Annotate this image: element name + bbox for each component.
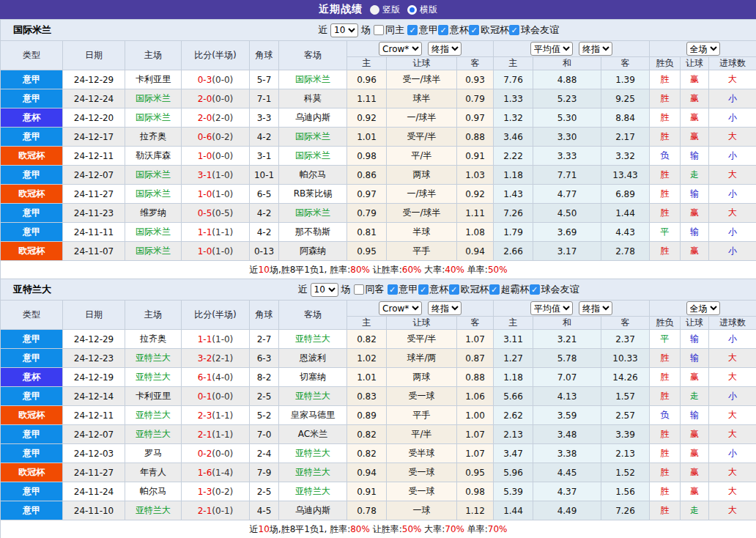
match-score: 2-0(2-0) [182, 108, 250, 128]
handicap-result: 赢 [681, 463, 709, 482]
match-score: 1-3(0-2) [182, 482, 250, 501]
competition-filter[interactable]: ✓意甲 [388, 283, 418, 296]
avg-source-select[interactable]: 平均值 [530, 301, 573, 315]
radio-icon[interactable] [370, 5, 379, 15]
competition-checkbox[interactable]: ✓ [407, 25, 418, 35]
odds-stage-select[interactable]: 终指 [428, 42, 462, 56]
avg-draw-odds: 4.13 [533, 387, 601, 406]
away-odds: 0.87 [457, 349, 494, 368]
corner-count: 8-2 [250, 368, 279, 387]
competition-checkbox[interactable]: ✓ [509, 25, 519, 35]
away-team: 国际米兰 [279, 128, 347, 147]
handicap-result: 赢 [681, 444, 709, 463]
competition-filter[interactable]: ✓欧冠杯 [449, 283, 489, 296]
avg-home-odds: 1.44 [494, 501, 533, 520]
handicap-result: 赢 [681, 89, 709, 108]
match-date: 24-11-23 [63, 204, 125, 223]
odds-source-select[interactable]: Crow* [379, 42, 422, 56]
layout-option-horizontal[interactable]: 横版 [407, 4, 437, 16]
competition-label: 意杯 [430, 283, 449, 296]
recent-count-select[interactable]: 10 [330, 23, 358, 37]
halftime-score: (0-0) [212, 449, 233, 459]
same-venue-checkbox[interactable] [354, 284, 364, 295]
team-filter-row: 亚特兰大 近 10 场 同客 ✓意甲✓意杯✓欧冠杯✓超霸杯✓球会友谊 [1, 279, 756, 301]
away-odds: 0.79 [457, 89, 494, 108]
recent-count-select[interactable]: 10 [311, 283, 338, 297]
competition-label: 超霸杯 [501, 283, 530, 296]
outcome-result: 胜 [650, 387, 681, 406]
layout-option-vertical[interactable]: 竖版 [370, 4, 400, 16]
competition-checkbox[interactable]: ✓ [469, 25, 479, 35]
recent-label: 近 [318, 23, 327, 37]
same-venue-filter[interactable]: 同主 [374, 23, 404, 37]
odds-stage-select[interactable]: 终指 [428, 301, 462, 315]
radio-selected-icon[interactable] [407, 5, 417, 15]
away-team: 帕尔马 [279, 166, 347, 185]
competition-filter[interactable]: ✓意杯 [418, 283, 449, 296]
odds-source-select[interactable]: Crow* [379, 301, 422, 315]
competition-checkbox[interactable]: ✓ [489, 284, 500, 295]
match-date: 24-12-20 [63, 108, 125, 128]
goals-result: 小 [709, 387, 756, 406]
match-date: 24-12-17 [63, 128, 125, 147]
fulltime-score: 2-3 [198, 410, 212, 421]
goals-result: 大 [709, 70, 756, 89]
summary-segment: 80% [350, 265, 370, 275]
handicap-line: 平/半 [387, 147, 457, 166]
col-header-handicap-result: 让球 [681, 57, 709, 70]
handicap-result: 输 [681, 147, 709, 166]
odds-group-header: Crow* 终指 [347, 41, 494, 57]
match-date: 24-11-27 [63, 463, 125, 482]
fulltime-score: 6-1 [198, 372, 212, 383]
home-team: 维罗纳 [125, 204, 182, 223]
away-team: 阿森纳 [279, 242, 347, 261]
competition-checkbox[interactable]: ✓ [530, 284, 540, 295]
avg-stage-select[interactable]: 终指 [579, 301, 612, 315]
competition-filter[interactable]: ✓球会友谊 [530, 283, 579, 296]
corner-count: 2-5 [250, 387, 279, 406]
avg-away-odds: 14.26 [601, 368, 650, 387]
team-name: 亚特兰大 [13, 283, 51, 296]
avg-home-odds: 1.33 [494, 89, 533, 108]
home-team: 勒沃库森 [125, 147, 182, 166]
corner-count: 5-7 [250, 70, 279, 89]
col-header-handicap: 让球 [387, 57, 457, 70]
avg-source-select[interactable]: 平均值 [530, 42, 573, 56]
match-row: 欧冠杯24-11-27年青人1-6(1-4)7-9亚特兰大0.94受一球0.95… [1, 463, 756, 482]
avg-draw-odds: 3.69 [533, 223, 601, 242]
handicap-result: 赢 [681, 368, 709, 387]
corner-count: 4-2 [250, 128, 279, 147]
match-score: 0-5(0-5) [182, 204, 250, 223]
avg-stage-select[interactable]: 终指 [579, 42, 612, 56]
goals-result: 小 [709, 147, 756, 166]
team-results-table: 亚特兰大 近 10 场 同客 ✓意甲✓意杯✓欧冠杯✓超霸杯✓球会友谊 [0, 279, 756, 538]
competition-filters: ✓意甲✓意杯✓欧冠杯✓球会友谊 [407, 23, 559, 37]
scope-select[interactable]: 全场 [686, 42, 720, 56]
home-team: 国际米兰 [125, 185, 182, 204]
scope-select[interactable]: 全场 [686, 301, 720, 315]
competition-filter[interactable]: ✓超霸杯 [489, 283, 530, 296]
competition-checkbox[interactable]: ✓ [388, 284, 398, 295]
match-score: 3-2(2-1) [182, 349, 250, 368]
corner-count: 6-5 [250, 185, 279, 204]
competition-checkbox[interactable]: ✓ [449, 284, 459, 295]
corner-count: 4-2 [250, 204, 279, 223]
avg-home-odds: 2.66 [494, 242, 533, 261]
away-team: 亚特兰大 [279, 482, 347, 501]
competition-filter[interactable]: ✓欧冠杯 [469, 23, 509, 37]
corner-count: 4-2 [250, 223, 279, 242]
outcome-result: 平 [650, 223, 681, 242]
competition-filter[interactable]: ✓意甲 [407, 23, 438, 37]
avg-draw-odds: 3.17 [533, 242, 601, 261]
avg-home-odds: 5.66 [494, 387, 533, 406]
fulltime-score: 1-1 [198, 227, 212, 237]
competition-checkbox[interactable]: ✓ [418, 284, 429, 295]
competition-badge: 意甲 [1, 166, 63, 185]
competition-checkbox[interactable]: ✓ [438, 25, 448, 35]
home-odds: 1.11 [347, 89, 387, 108]
competition-filter[interactable]: ✓球会友谊 [509, 23, 559, 37]
competition-filter[interactable]: ✓意杯 [438, 23, 469, 37]
same-venue-checkbox[interactable] [374, 25, 384, 35]
away-odds: 0.98 [457, 482, 494, 501]
same-venue-filter[interactable]: 同客 [354, 283, 385, 296]
